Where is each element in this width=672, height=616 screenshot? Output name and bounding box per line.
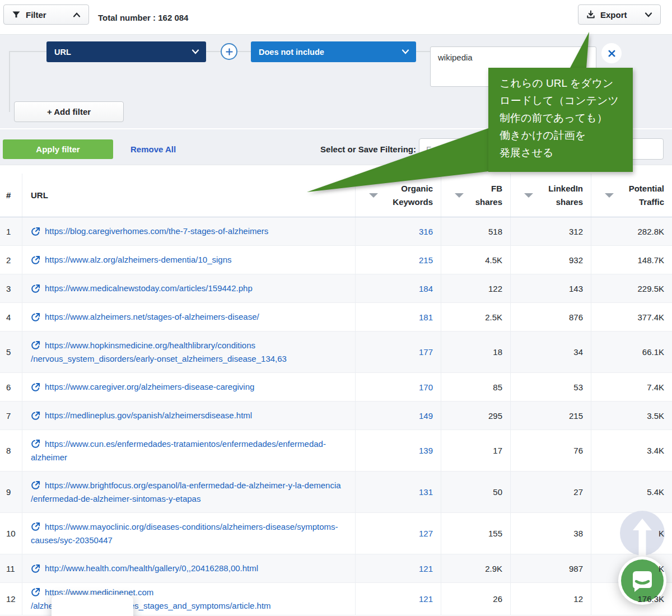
remove-all-link[interactable]: Remove All: [130, 139, 176, 159]
row-index: 2: [6, 255, 11, 265]
organic-keywords-value[interactable]: 177: [419, 347, 433, 357]
organic-keywords-value[interactable]: 215: [419, 255, 433, 265]
remove-filter-button[interactable]: [601, 43, 622, 63]
url-link[interactable]: https://www.alzheimers.net/stages-of-alz…: [45, 310, 259, 324]
linkedin-shares-value: 38: [573, 529, 583, 538]
chevron-down-icon: [192, 49, 199, 54]
url-link[interactable]: https://www.mayoclinic.org/diseases-cond…: [45, 520, 338, 534]
url-results-table: # URL OrganicKeywords FBshares LinkedIns…: [0, 174, 672, 615]
add-condition-button[interactable]: [221, 43, 237, 60]
linkedin-shares-value: 215: [569, 411, 583, 421]
potential-traffic-value: 3.5K: [647, 411, 664, 421]
fb-shares-value: 17: [493, 446, 502, 455]
add-filter-button[interactable]: + Add filter: [14, 101, 124, 122]
table-row: 4 https://www.alzheimers.net/stages-of-a…: [0, 303, 672, 332]
url-link[interactable]: alzheimer: [31, 451, 326, 464]
linkedin-shares-value: 932: [569, 255, 583, 265]
linkedin-shares-value: 27: [573, 487, 583, 497]
url-link[interactable]: https://www.cun.es/enfermedades-tratamie…: [45, 437, 326, 451]
column-header-organic-keywords[interactable]: OrganicKeywords: [356, 174, 441, 217]
row-index: 6: [6, 382, 11, 392]
url-link[interactable]: /nervous_system_disorders/early-onset_al…: [31, 352, 287, 366]
organic-keywords-value[interactable]: 149: [419, 411, 433, 421]
url-link[interactable]: https://blog.caregiverhomes.com/the-7-st…: [45, 225, 268, 238]
url-link[interactable]: https://www.medicalnewstoday.com/article…: [45, 282, 253, 295]
external-link-icon[interactable]: [31, 564, 40, 573]
callout-line: 発展させる: [500, 144, 627, 161]
external-link-icon[interactable]: [31, 340, 40, 350]
fb-shares-value: 2.9K: [485, 564, 502, 573]
apply-filter-button[interactable]: Apply filter: [3, 139, 113, 159]
sort-arrow-icon[interactable]: [455, 193, 464, 198]
fb-shares-value: 18: [493, 347, 502, 357]
organic-keywords-value[interactable]: 316: [419, 227, 433, 236]
connector-line: [416, 51, 430, 52]
fb-shares-value: 2.5K: [485, 312, 502, 322]
external-link-icon[interactable]: [31, 255, 40, 265]
potential-traffic-value: 7.4K: [647, 382, 664, 392]
organic-keywords-value[interactable]: 131: [419, 487, 433, 497]
organic-keywords-value[interactable]: 121: [419, 594, 433, 604]
select-save-filtering-label: Select or Save Filtering:: [302, 139, 416, 159]
row-index: 10: [6, 529, 16, 538]
external-link-icon[interactable]: [31, 480, 40, 490]
column-header-url: URL: [22, 174, 356, 217]
url-link[interactable]: http://www.health.com/health/gallery/0,,…: [45, 562, 258, 575]
sort-arrow-icon[interactable]: [605, 193, 614, 198]
row-index: 5: [6, 347, 11, 357]
column-header-fb-shares[interactable]: FBshares: [441, 174, 511, 217]
organic-keywords-value[interactable]: 181: [419, 312, 433, 322]
url-link[interactable]: https://medlineplus.gov/spanish/alzheime…: [45, 409, 252, 422]
fb-shares-value: 295: [488, 411, 502, 421]
sort-arrow-icon[interactable]: [524, 193, 533, 198]
table-row: 11 http://www.health.com/health/gallery/…: [0, 554, 672, 583]
organic-keywords-value[interactable]: 121: [419, 564, 433, 573]
url-link[interactable]: /enfermedad-de-alzheimer-sintomas-y-etap…: [31, 492, 341, 506]
row-index: 1: [6, 227, 11, 236]
chevron-up-icon: [73, 12, 81, 17]
linkedin-shares-value: 12: [573, 594, 583, 604]
export-button[interactable]: Export: [578, 4, 661, 25]
organic-keywords-value[interactable]: 170: [419, 382, 433, 392]
table-row: 5 https://www.hopkinsmedicine.org/health…: [0, 332, 672, 373]
row-index: 12: [6, 594, 16, 604]
external-link-icon[interactable]: [31, 227, 40, 236]
external-link-icon[interactable]: [31, 411, 40, 421]
linkedin-shares-value: 53: [573, 382, 583, 392]
linkedin-shares-value: 987: [569, 564, 583, 573]
filter-toggle-button[interactable]: Filter: [3, 4, 89, 25]
chevron-down-icon: [645, 12, 652, 17]
external-link-icon[interactable]: [31, 587, 40, 597]
export-button-label: Export: [600, 10, 627, 20]
filter-operator-value: Does not include: [259, 48, 324, 57]
url-link[interactable]: https://www.alz.org/alzheimers-dementia/…: [45, 253, 232, 267]
column-header-potential-traffic[interactable]: PotentialTraffic: [591, 174, 672, 217]
external-link-icon[interactable]: [31, 522, 40, 531]
potential-traffic-value: 148.7K: [637, 255, 664, 265]
external-link-icon[interactable]: [31, 284, 40, 293]
external-link-icon[interactable]: [31, 439, 40, 449]
external-link-icon[interactable]: [31, 312, 40, 322]
chevron-down-icon: [402, 49, 409, 54]
table-header-row: # URL OrganicKeywords FBshares LinkedIns…: [0, 174, 672, 217]
sort-arrow-icon[interactable]: [369, 193, 378, 198]
filter-operator-dropdown[interactable]: Does not include: [251, 41, 416, 62]
organic-keywords-value[interactable]: 184: [419, 284, 433, 293]
fb-shares-value: 26: [493, 594, 502, 604]
column-header-linkedin-shares[interactable]: LinkedInshares: [511, 174, 591, 217]
row-index: 4: [6, 312, 11, 322]
organic-keywords-value[interactable]: 127: [419, 529, 433, 538]
total-number: Total number : 162 084: [98, 0, 188, 35]
organic-keywords-value[interactable]: 139: [419, 446, 433, 455]
url-link[interactable]: https://www.hopkinsmedicine.org/healthli…: [45, 339, 255, 352]
external-link-icon[interactable]: [31, 382, 40, 392]
row-index: 3: [6, 284, 11, 293]
url-link[interactable]: https://www.brightfocus.org/espanol/la-e…: [45, 479, 341, 492]
potential-traffic-value: 229.5K: [637, 284, 664, 293]
filter-field-dropdown[interactable]: URL: [46, 41, 206, 62]
url-link[interactable]: https://www.caregiver.org/alzheimers-dis…: [45, 380, 254, 394]
linkedin-shares-value: 312: [569, 227, 583, 236]
fb-shares-value: 4.5K: [485, 255, 502, 265]
fb-shares-value: 518: [488, 227, 502, 236]
url-link[interactable]: causes/syc-20350447: [31, 534, 338, 547]
